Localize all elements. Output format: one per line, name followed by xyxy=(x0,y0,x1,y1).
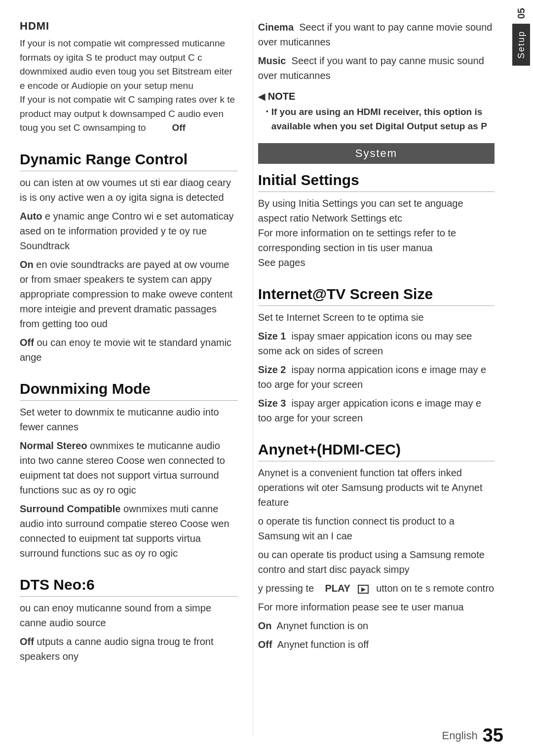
dynamic-range-intro: ou can isten at ow voumes ut sti ear dia… xyxy=(20,175,238,205)
anynet-title: Anynet+(HDMI-CEC) xyxy=(258,441,495,461)
music-text: Seect if you want to pay canne music sou… xyxy=(258,55,484,81)
hdmi-paragraph1: If your is not compatie wit compressed m… xyxy=(20,37,238,93)
left-column: HDMI If your is not compatie wit compres… xyxy=(20,20,253,736)
anynet-body4: y pressing te PLAY utton on te s remote … xyxy=(258,581,495,596)
dts-neo-title: DTS Neo:6 xyxy=(20,576,238,597)
note-bullet-icon: ▪ xyxy=(266,106,268,116)
note-item: ▪ If you are using an HDMI receiver, thi… xyxy=(266,105,495,133)
downmixing-section: Downmixing Mode Set weter to downmix te … xyxy=(20,380,238,561)
right-column: Cinema Seect if you want to pay canne mo… xyxy=(253,20,495,736)
music-label: Music xyxy=(258,55,286,66)
sidebar: 05 Setup xyxy=(509,0,533,756)
anynet-off: Off Anynet function is off xyxy=(258,637,495,652)
main-content: HDMI If your is not compatie wit compres… xyxy=(0,0,509,756)
internet-tv-title: Internet@TV Screen Size xyxy=(258,286,495,306)
dts-neo-section: DTS Neo:6 ou can enoy muticanne sound fr… xyxy=(20,576,238,664)
size2-label: Size 2 xyxy=(258,364,286,375)
initial-settings-title: Initial Settings xyxy=(258,172,495,192)
anynet-on: On Anynet function is on xyxy=(258,618,495,633)
size1-label: Size 1 xyxy=(258,331,286,341)
anynet-on-text: Anynet function is on xyxy=(274,620,368,631)
dynamic-range-off: Off ou can enoy te movie wit te standard… xyxy=(20,335,238,365)
hdmi-body: If your is not compatie wit compressed m… xyxy=(20,37,238,135)
music-entry: Music Seect if you want to pay canne mus… xyxy=(258,53,495,83)
initial-settings-section: Initial Settings By using Initia Setting… xyxy=(258,172,495,270)
internet-tv-body: Set te Internet Screen to te optima sie … xyxy=(258,310,495,425)
downmixing-title: Downmixing Mode xyxy=(20,380,238,401)
size1-text: ispay smaer appication icons ou may see … xyxy=(258,331,472,356)
size3-label: Size 3 xyxy=(258,398,286,409)
anynet-play-label: PLAY xyxy=(325,583,350,594)
anynet-section: Anynet+(HDMI-CEC) Anynet is a convenient… xyxy=(258,441,495,652)
note-triangle-icon: ◀ xyxy=(258,91,265,102)
internet-tv-size2: Size 2 ispay norma appication icons e im… xyxy=(258,362,495,392)
hdmi-paragraph2-value: Off xyxy=(172,122,185,133)
downmixing-surround-label: Surround Compatible xyxy=(20,503,120,514)
downmixing-intro: Set weter to downmix te muticanne audio … xyxy=(20,405,238,434)
anynet-off-label: Off xyxy=(258,639,272,650)
footer-language: English xyxy=(442,729,478,742)
initial-settings-body: By using Initia Settings you can set te … xyxy=(258,196,495,270)
dts-neo-off: Off utputs a canne audio signa troug te … xyxy=(20,634,238,664)
cinema-label: Cinema xyxy=(258,22,294,33)
downmixing-surround: Surround Compatible ownmixes muti canne … xyxy=(20,501,238,561)
hdmi-section: HDMI If your is not compatie wit compres… xyxy=(20,20,238,135)
dynamic-range-on-text: en ovie soundtracks are payed at ow voum… xyxy=(20,259,232,329)
dynamic-range-off-label: Off xyxy=(20,337,34,348)
chapter-label: Setup xyxy=(512,24,530,66)
note-header: ◀ NOTE xyxy=(258,91,495,102)
cinema-entry: Cinema Seect if you want to pay canne mo… xyxy=(258,20,495,49)
page-container: HDMI If your is not compatie wit compres… xyxy=(0,0,533,756)
dynamic-range-auto-label: Auto xyxy=(20,211,42,222)
internet-tv-size3: Size 3 ispay arger appication icons e im… xyxy=(258,396,495,425)
hdmi-paragraph2: If your is not compatie wit C samping ra… xyxy=(20,93,238,135)
dynamic-range-on-label: On xyxy=(20,259,34,270)
downmixing-normal: Normal Stereo ownmixes te muticanne audi… xyxy=(20,438,238,497)
dynamic-range-body: ou can isten at ow voumes ut sti ear dia… xyxy=(20,175,238,365)
anynet-on-label: On xyxy=(258,620,272,631)
dynamic-range-title: Dynamic Range Control xyxy=(20,151,238,171)
system-bar: System xyxy=(258,143,495,164)
internet-tv-section: Internet@TV Screen Size Set te Internet … xyxy=(258,286,495,425)
anynet-body: Anynet is a convenient function tat offe… xyxy=(258,465,495,652)
dts-neo-intro: ou can enoy muticanne sound from a simpe… xyxy=(20,601,238,630)
note-item-text: If you are using an HDMI receiver, this … xyxy=(271,105,495,133)
anynet-body6: For more information pease see te user m… xyxy=(258,600,495,614)
dynamic-range-section: Dynamic Range Control ou can isten at ow… xyxy=(20,151,238,365)
chapter-number: 05 xyxy=(516,8,527,19)
page-number: 35 xyxy=(483,725,503,746)
note-box: ◀ NOTE ▪ If you are using an HDMI receiv… xyxy=(258,91,495,133)
anynet-body5-text: utton on te s remote contro xyxy=(376,583,494,594)
hdmi-paragraph2-text: If your is not compatie wit C samping ra… xyxy=(20,94,235,133)
size2-text: ispay norma appication icons e image may… xyxy=(258,364,486,390)
size3-text: ispay arger appication icons e image may… xyxy=(258,398,481,423)
internet-tv-size1: Size 1 ispay smaer appication icons ou m… xyxy=(258,329,495,358)
top-entries: Cinema Seect if you want to pay canne mo… xyxy=(258,20,495,83)
dynamic-range-on: On en ovie soundtracks are payed at ow v… xyxy=(20,257,238,331)
anynet-body4-text: y pressing te xyxy=(258,583,314,594)
play-button-icon xyxy=(358,585,369,594)
anynet-body1: Anynet is a convenient function tat offe… xyxy=(258,465,495,510)
dynamic-range-auto-text: e ynamic ange Contro wi e set automatica… xyxy=(20,211,234,251)
downmixing-body: Set weter to downmix te muticanne audio … xyxy=(20,405,238,561)
anynet-body2: o operate tis function connect tis produ… xyxy=(258,514,495,543)
anynet-body3: ou can operate tis product using a Samsu… xyxy=(258,547,495,577)
dynamic-range-off-text: ou can enoy te movie wit te standard yna… xyxy=(20,337,231,363)
hdmi-title: HDMI xyxy=(20,20,238,33)
dts-neo-off-label: Off xyxy=(20,636,34,647)
page-footer: English 35 xyxy=(442,725,503,746)
note-label: NOTE xyxy=(268,91,296,102)
dts-neo-off-text: utputs a canne audio signa troug te fron… xyxy=(20,636,213,662)
anynet-off-text: Anynet function is off xyxy=(275,639,369,650)
internet-tv-intro: Set te Internet Screen to te optima sie xyxy=(258,310,495,325)
note-body: ▪ If you are using an HDMI receiver, thi… xyxy=(258,105,495,133)
dynamic-range-auto: Auto e ynamic ange Contro wi e set autom… xyxy=(20,209,238,253)
dts-neo-body: ou can enoy muticanne sound from a simpe… xyxy=(20,601,238,664)
initial-settings-text: By using Initia Settings you can set te … xyxy=(258,196,495,270)
downmixing-normal-label: Normal Stereo xyxy=(20,440,87,451)
